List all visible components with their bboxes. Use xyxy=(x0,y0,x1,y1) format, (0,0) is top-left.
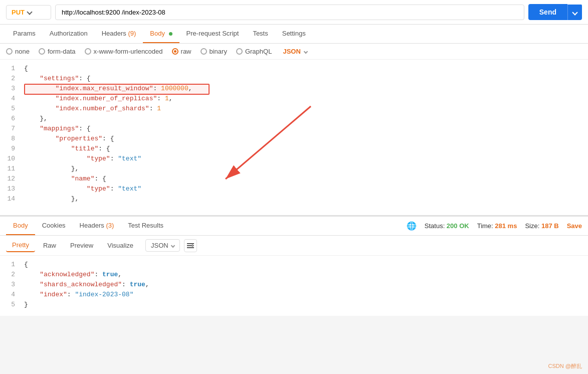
option-graphql[interactable]: GraphQL xyxy=(236,48,272,55)
request-editor-section: 12345 678910 11121314 { "settings": { "i… xyxy=(0,60,588,217)
top-bar: PUT Send xyxy=(0,0,588,25)
response-format-chevron-icon xyxy=(170,243,174,247)
time-label: Time: 281 ms xyxy=(477,222,517,230)
option-urlencoded-label: x-www-form-urlencoded xyxy=(94,48,163,55)
method-dropdown[interactable]: PUT xyxy=(6,5,51,20)
status-time: 281 ms xyxy=(495,222,517,230)
resp-line-3: "shards_acknowledged": true, xyxy=(24,280,584,290)
send-dropdown-button[interactable] xyxy=(567,5,582,20)
code-line-9: "title": { xyxy=(24,144,584,154)
status-code: 200 OK xyxy=(447,222,469,230)
send-btn-group: Send xyxy=(528,4,582,20)
radio-none-icon xyxy=(6,48,13,55)
response-format-visualize[interactable]: Visualize xyxy=(101,239,139,252)
format-json-label: JSON xyxy=(283,48,300,55)
format-selector[interactable]: JSON xyxy=(283,48,307,55)
response-code-content: { "acknowledged": true, "shards_acknowle… xyxy=(20,260,588,312)
option-form-data[interactable]: form-data xyxy=(39,48,76,55)
option-none[interactable]: none xyxy=(6,48,30,55)
response-tabs: Body Cookies Headers (3) Test Results xyxy=(6,217,170,235)
status-label: Status: 200 OK xyxy=(425,222,469,230)
response-status: 🌐 Status: 200 OK Time: 281 ms Size: 187 … xyxy=(407,217,582,235)
response-tabs-bar: Body Cookies Headers (3) Test Results 🌐 … xyxy=(0,217,588,236)
response-editor: 12345 { "acknowledged": true, "shards_ac… xyxy=(0,256,588,316)
radio-urlencoded-icon xyxy=(85,48,91,55)
globe-icon: 🌐 xyxy=(407,221,417,231)
response-format-preview[interactable]: Preview xyxy=(64,239,99,252)
tab-authorization[interactable]: Authorization xyxy=(43,25,95,43)
code-line-11: }, xyxy=(24,164,584,174)
request-code-content: { "settings": { "index.max_result_window… xyxy=(20,64,588,211)
tab-response-cookies[interactable]: Cookies xyxy=(35,217,73,235)
code-line-6: }, xyxy=(24,114,584,124)
tab-params[interactable]: Params xyxy=(6,25,43,43)
resp-line-2: "acknowledged": true, xyxy=(24,270,584,280)
code-line-14: }, xyxy=(24,194,584,204)
tab-settings[interactable]: Settings xyxy=(275,25,313,43)
save-link[interactable]: Save xyxy=(567,222,582,230)
tab-headers[interactable]: Headers (9) xyxy=(95,25,143,43)
body-active-dot xyxy=(169,32,172,36)
option-none-label: none xyxy=(15,48,30,55)
option-raw[interactable]: raw xyxy=(172,48,191,55)
radio-graphql-icon xyxy=(236,48,243,55)
code-line-7: "mappings": { xyxy=(24,124,584,134)
code-line-8: "properties": { xyxy=(24,134,584,144)
tab-response-body[interactable]: Body xyxy=(6,217,35,235)
response-json-dropdown[interactable]: JSON xyxy=(145,239,180,252)
send-chevron-icon xyxy=(572,10,577,15)
code-line-10: "type": "text" xyxy=(24,154,584,164)
url-input[interactable] xyxy=(55,5,524,20)
method-chevron-icon xyxy=(27,9,32,15)
option-raw-label: raw xyxy=(181,48,191,55)
line-numbers: 12345 678910 11121314 xyxy=(0,64,20,211)
radio-binary-icon xyxy=(201,48,207,55)
radio-form-data-icon xyxy=(39,48,45,55)
request-code-editor[interactable]: 12345 678910 11121314 { "settings": { "i… xyxy=(0,60,588,215)
code-line-4: "index.number_of_replicas": 1, xyxy=(24,94,584,104)
format-dropdown-icon xyxy=(304,49,308,53)
response-line-numbers: 12345 xyxy=(0,260,20,312)
response-format-pretty[interactable]: Pretty xyxy=(6,239,35,252)
tab-response-test-results[interactable]: Test Results xyxy=(121,217,170,235)
option-form-data-label: form-data xyxy=(48,48,76,55)
option-graphql-label: GraphQL xyxy=(245,48,272,55)
size-label: Size: 187 B xyxy=(525,222,558,230)
option-urlencoded[interactable]: x-www-form-urlencoded xyxy=(85,48,163,55)
wrap-lines-icon xyxy=(186,242,194,249)
option-binary-label: binary xyxy=(210,48,227,55)
tab-tests[interactable]: Tests xyxy=(246,25,275,43)
code-line-1: { xyxy=(24,64,584,74)
status-size: 187 B xyxy=(541,222,559,230)
response-body-options: Pretty Raw Preview Visualize JSON xyxy=(0,236,588,256)
tab-body[interactable]: Body xyxy=(143,25,179,43)
body-options-bar: none form-data x-www-form-urlencoded raw… xyxy=(0,44,588,60)
response-format-label: JSON xyxy=(151,242,168,249)
wrap-icon[interactable] xyxy=(184,239,197,252)
code-line-2: "settings": { xyxy=(24,74,584,84)
tab-response-headers[interactable]: Headers (3) xyxy=(73,217,121,235)
code-line-3: "index.max_result_window": 1000000, xyxy=(24,84,584,94)
resp-line-5: } xyxy=(24,300,584,310)
code-line-5: "index.number_of_shards": 1 xyxy=(24,104,584,114)
tab-pre-request[interactable]: Pre-request Script xyxy=(179,25,246,43)
resp-line-4: "index": "index-2023-08" xyxy=(24,290,584,300)
option-binary[interactable]: binary xyxy=(201,48,227,55)
method-label: PUT xyxy=(12,9,25,16)
send-button[interactable]: Send xyxy=(528,4,567,20)
code-line-13: "type": "text" xyxy=(24,184,584,194)
request-tabs-bar: Params Authorization Headers (9) Body Pr… xyxy=(0,25,588,44)
code-line-12: "name": { xyxy=(24,174,584,184)
resp-line-1: { xyxy=(24,260,584,270)
response-format-raw[interactable]: Raw xyxy=(37,239,62,252)
radio-raw-icon xyxy=(172,48,178,55)
